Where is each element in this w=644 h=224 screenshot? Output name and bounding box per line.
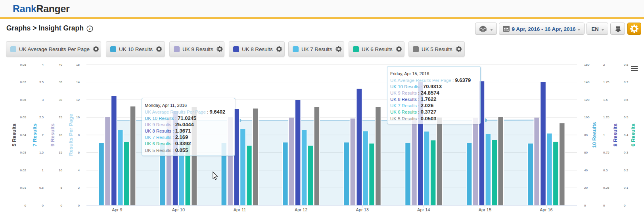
svg-text:0.05: 0.05 (20, 116, 26, 119)
svg-text:0.25: 0.25 (603, 186, 610, 190)
svg-text:5: 5 (61, 186, 63, 190)
svg-text:6: 6 (78, 151, 80, 154)
svg-text:0.06: 0.06 (20, 98, 26, 102)
svg-text:2.5: 2.5 (39, 116, 44, 119)
svg-text:0.5: 0.5 (39, 186, 44, 190)
svg-text:12: 12 (76, 98, 80, 102)
svg-text:0.1: 0.1 (624, 186, 629, 190)
svg-text:0.3: 0.3 (624, 151, 629, 154)
svg-text:4: 4 (78, 169, 80, 172)
svg-text:Apr 9: Apr 9 (112, 207, 122, 212)
svg-text:0.8: 0.8 (624, 63, 629, 66)
svg-text:1.5: 1.5 (39, 151, 44, 154)
svg-text:15: 15 (59, 151, 62, 154)
svg-text:0.6: 0.6 (624, 98, 629, 102)
svg-text:80: 80 (584, 133, 588, 137)
svg-text:1.25: 1.25 (603, 116, 610, 119)
svg-text:3: 3 (42, 98, 44, 102)
svg-text:4: 4 (42, 63, 44, 66)
svg-text:20: 20 (59, 133, 62, 137)
svg-text:2: 2 (42, 133, 44, 137)
svg-text:0: 0 (61, 204, 63, 207)
svg-text:0.2: 0.2 (624, 169, 629, 172)
svg-text:10: 10 (59, 169, 62, 172)
svg-text:3.5: 3.5 (39, 80, 44, 84)
svg-text:140: 140 (584, 80, 590, 84)
svg-text:0.03: 0.03 (20, 151, 26, 154)
svg-text:0.4: 0.4 (624, 133, 629, 137)
svg-text:Apr 16: Apr 16 (540, 207, 552, 212)
svg-text:10 Results: 10 Results (591, 122, 597, 148)
svg-text:14: 14 (76, 80, 80, 84)
svg-text:35: 35 (59, 80, 62, 84)
svg-text:0.01: 0.01 (20, 186, 26, 190)
svg-text:i: i (89, 26, 91, 31)
svg-text:40: 40 (59, 63, 62, 66)
svg-text:Apr 15: Apr 15 (479, 207, 491, 212)
svg-text:1.75: 1.75 (603, 80, 610, 84)
svg-text:0.7: 0.7 (624, 80, 629, 84)
svg-text:0: 0 (584, 204, 586, 207)
svg-text:0: 0 (42, 204, 44, 207)
svg-text:0.04: 0.04 (20, 133, 26, 137)
svg-text:Apr 11: Apr 11 (234, 207, 246, 212)
svg-text:30: 30 (59, 98, 62, 102)
svg-text:7 Results: 7 Results (32, 123, 38, 146)
svg-text:0.07: 0.07 (20, 80, 26, 84)
svg-text:0: 0 (25, 204, 27, 207)
svg-text:0.5: 0.5 (603, 169, 608, 172)
svg-text:2: 2 (78, 186, 80, 190)
svg-text:1: 1 (42, 169, 44, 172)
svg-text:60: 60 (584, 151, 588, 154)
svg-text:0.5: 0.5 (624, 116, 629, 119)
svg-text:9 Apr, 2016 - 16 Apr, 2016: 9 Apr, 2016 - 16 Apr, 2016 (512, 26, 576, 32)
svg-text:Results Per Page: Results Per Page (68, 114, 74, 156)
svg-text:25: 25 (59, 116, 62, 119)
svg-text:2: 2 (603, 63, 605, 66)
svg-text:9 Results: 9 Results (50, 123, 56, 146)
svg-text:0: 0 (603, 204, 605, 207)
svg-text:5 Results: 5 Results (11, 123, 17, 146)
svg-text:10: 10 (76, 116, 80, 119)
svg-text:40: 40 (584, 169, 588, 172)
svg-text:1: 1 (603, 133, 605, 137)
svg-text:6 Results: 6 Results (630, 123, 636, 146)
svg-text:16: 16 (76, 63, 80, 66)
svg-text:Apr 10: Apr 10 (172, 207, 185, 212)
svg-text:0.75: 0.75 (603, 151, 610, 154)
svg-text:0.08: 0.08 (20, 63, 26, 66)
svg-text:1.5: 1.5 (603, 98, 608, 102)
svg-text:8 Results: 8 Results (612, 123, 618, 146)
svg-text:120: 120 (584, 98, 590, 102)
svg-text:160: 160 (584, 63, 590, 66)
svg-text:20: 20 (584, 186, 588, 190)
svg-text:EN: EN (592, 26, 599, 32)
svg-text:Apr 14: Apr 14 (417, 207, 430, 212)
svg-text:100: 100 (584, 116, 590, 119)
svg-text:0.02: 0.02 (20, 169, 26, 172)
svg-text:0: 0 (78, 204, 80, 207)
svg-text:Apr 12: Apr 12 (295, 207, 307, 212)
svg-text:0: 0 (624, 204, 626, 207)
svg-text:8: 8 (78, 133, 80, 137)
svg-text:Apr 13: Apr 13 (356, 207, 368, 212)
